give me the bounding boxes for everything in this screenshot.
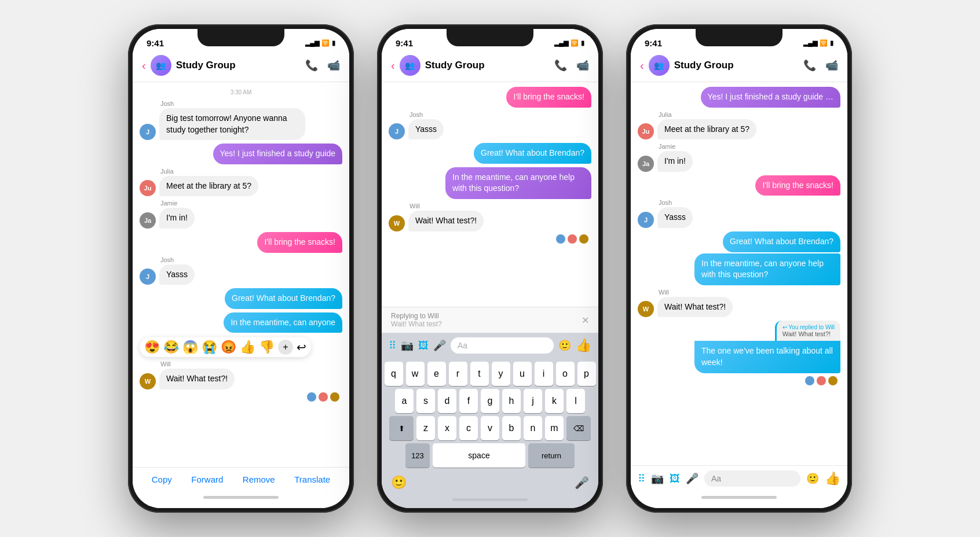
back-button-1[interactable]: ‹ bbox=[142, 59, 146, 72]
key-v[interactable]: v bbox=[481, 416, 499, 440]
key-return[interactable]: return bbox=[528, 443, 575, 468]
key-y[interactable]: y bbox=[492, 362, 510, 386]
key-q[interactable]: q bbox=[385, 362, 403, 386]
key-a[interactable]: a bbox=[395, 389, 414, 413]
thumbsup-icon-3[interactable]: 👍 bbox=[825, 471, 840, 486]
msg-content-julia-3: Julia Meet at the library at 5? bbox=[657, 111, 756, 140]
key-c[interactable]: c bbox=[459, 416, 478, 440]
key-e[interactable]: e bbox=[427, 362, 446, 386]
key-o[interactable]: o bbox=[556, 362, 575, 386]
key-r[interactable]: r bbox=[449, 362, 467, 386]
react-cry[interactable]: 😭 bbox=[202, 340, 217, 355]
key-x[interactable]: x bbox=[438, 416, 456, 440]
bubble-jamie-1: I'm in! bbox=[159, 208, 195, 229]
video-call-icon-3[interactable]: 📹 bbox=[825, 59, 838, 72]
msg-content-will-1: Will Wait! What test?! bbox=[159, 361, 235, 389]
image-icon[interactable]: 🖼 bbox=[418, 340, 429, 352]
react-shock[interactable]: 😱 bbox=[182, 340, 198, 355]
mic-icon-3[interactable]: 🎤 bbox=[686, 472, 699, 485]
key-p[interactable]: p bbox=[577, 362, 596, 386]
key-l[interactable]: l bbox=[566, 389, 585, 413]
video-call-icon[interactable]: 📹 bbox=[327, 59, 340, 72]
phone-call-icon-3[interactable]: 📞 bbox=[803, 59, 816, 72]
react-angry[interactable]: 😡 bbox=[221, 340, 236, 355]
react-laugh[interactable]: 😂 bbox=[163, 340, 179, 355]
julia-avatar-1: Ju bbox=[140, 180, 156, 196]
key-h[interactable]: h bbox=[502, 389, 521, 413]
back-button-3[interactable]: ‹ bbox=[640, 59, 644, 72]
key-row-2: a s d f g h j k l bbox=[384, 389, 596, 413]
react-reply[interactable]: ↩ bbox=[297, 340, 306, 354]
camera-icon[interactable]: 📷 bbox=[401, 339, 414, 352]
forward-button[interactable]: Forward bbox=[191, 475, 223, 484]
react-thumbsup[interactable]: 👍 bbox=[240, 340, 255, 355]
bubble-will-1: Wait! What test?! bbox=[159, 369, 235, 389]
key-n[interactable]: n bbox=[524, 416, 542, 440]
bubble-julia-3: Meet at the library at 5? bbox=[657, 119, 756, 140]
key-i[interactable]: i bbox=[535, 362, 553, 386]
bottom-safe-2 bbox=[382, 494, 598, 508]
react-love[interactable]: 😍 bbox=[144, 340, 160, 355]
key-numbers[interactable]: 123 bbox=[405, 443, 430, 468]
key-s[interactable]: s bbox=[416, 389, 435, 413]
thumbsup-icon[interactable]: 👍 bbox=[576, 338, 591, 353]
key-m[interactable]: m bbox=[545, 416, 564, 440]
key-space[interactable]: space bbox=[433, 443, 525, 468]
smiley-icon[interactable]: 🙂 bbox=[391, 475, 407, 490]
reaction-bar[interactable]: 😍 😂 😱 😭 😡 👍 👎 + ↩ bbox=[140, 337, 311, 357]
message-input-3[interactable]: Aa bbox=[704, 470, 800, 487]
keyboard-dots-icon[interactable]: ⠿ bbox=[389, 339, 396, 352]
key-w[interactable]: w bbox=[406, 362, 425, 386]
react-thumbsdown[interactable]: 👎 bbox=[259, 340, 275, 355]
message-input-2[interactable]: Aa bbox=[451, 337, 554, 354]
key-shift[interactable]: ⬆ bbox=[389, 416, 414, 440]
back-button-2[interactable]: ‹ bbox=[391, 59, 395, 72]
key-k[interactable]: k bbox=[545, 389, 564, 413]
key-j[interactable]: j bbox=[524, 389, 542, 413]
key-g[interactable]: g bbox=[481, 389, 499, 413]
key-d[interactable]: d bbox=[438, 389, 456, 413]
josh-avatar-4: J bbox=[638, 212, 654, 228]
reply-info-2: Replying to Will Wait! What test? bbox=[391, 312, 442, 328]
replying-to-label: Replying to Will bbox=[391, 312, 442, 320]
wifi-icon-2: 🛜 bbox=[571, 39, 579, 47]
msg-name-will-2: Will bbox=[408, 203, 484, 209]
mic-bottom-icon[interactable]: 🎤 bbox=[575, 476, 589, 490]
phone-1: 9:41 ▂▄▆ 🛜 ▮ ‹ 👥 Study Group 📞 📹 3:30 AM… bbox=[128, 24, 354, 513]
msg-content-jamie-1: Jamie I'm in! bbox=[159, 200, 195, 229]
phone-3: 9:41 ▂▄▆ 🛜 ▮ ‹ 👥 Study Group 📞 📹 Yes! I … bbox=[626, 24, 852, 513]
video-call-icon-2[interactable]: 📹 bbox=[576, 59, 589, 72]
msg-content-sent-pink-2: I'll bring the snacks! bbox=[506, 87, 591, 108]
msg-julia-1: Ju Julia Meet at the library at 5? bbox=[140, 168, 342, 197]
emoji-icon[interactable]: 🙂 bbox=[558, 339, 571, 352]
reply-quote-text: Wait! What test?! bbox=[782, 330, 835, 337]
msg-will-3: W Will Wait! What test?! bbox=[638, 289, 840, 318]
msg-sent-pink-1: I'll bring the snacks! bbox=[140, 232, 342, 253]
key-t[interactable]: t bbox=[470, 362, 489, 386]
key-b[interactable]: b bbox=[502, 416, 521, 440]
chat-area-3: Yes! I just finished a study guide … Ju … bbox=[631, 82, 847, 465]
will-avatar-3: W bbox=[638, 301, 654, 317]
dots-icon-3[interactable]: ⠿ bbox=[638, 472, 645, 485]
key-z[interactable]: z bbox=[416, 416, 435, 440]
seen-av-3-2 bbox=[816, 376, 827, 386]
image-icon-3[interactable]: 🖼 bbox=[670, 473, 680, 485]
seen-row-1 bbox=[140, 392, 342, 402]
bubble-sent-pink-1: I'll bring the snacks! bbox=[257, 232, 342, 253]
camera-icon-3[interactable]: 📷 bbox=[651, 472, 664, 485]
emoji-icon-3[interactable]: 🙂 bbox=[806, 472, 819, 485]
remove-button[interactable]: Remove bbox=[243, 475, 275, 484]
phone-call-icon[interactable]: 📞 bbox=[305, 59, 318, 72]
copy-button[interactable]: Copy bbox=[152, 475, 172, 484]
react-more[interactable]: + bbox=[278, 340, 293, 355]
notch-1 bbox=[198, 29, 284, 46]
translate-button[interactable]: Translate bbox=[294, 475, 330, 484]
key-backspace[interactable]: ⌫ bbox=[566, 416, 591, 440]
reply-close-button[interactable]: ✕ bbox=[582, 315, 589, 326]
key-f[interactable]: f bbox=[459, 389, 478, 413]
mic-icon[interactable]: 🎤 bbox=[433, 339, 446, 352]
msg-julia-3: Ju Julia Meet at the library at 5? bbox=[638, 111, 840, 140]
msg-content-sent-blue-2: Great! What about Brendan? bbox=[474, 143, 591, 164]
key-u[interactable]: u bbox=[513, 362, 532, 386]
phone-call-icon-2[interactable]: 📞 bbox=[554, 59, 567, 72]
